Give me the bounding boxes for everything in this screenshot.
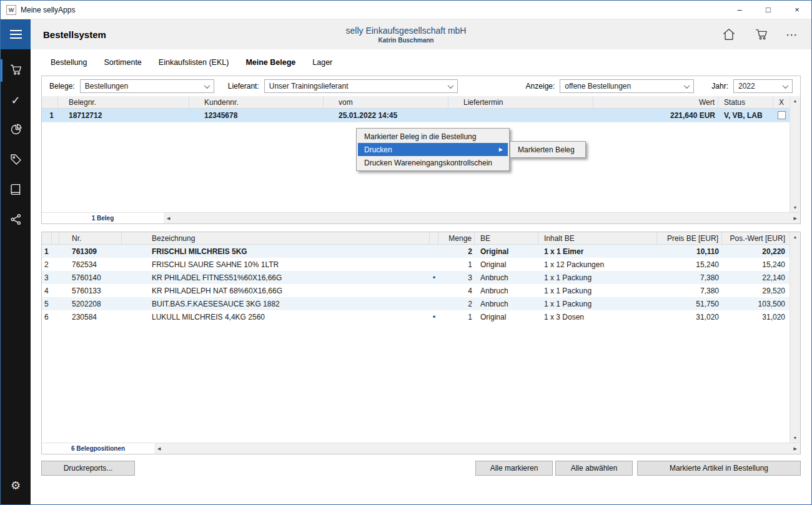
column-header-preis-be[interactable]: Preis BE [EUR] [657, 232, 722, 244]
belege-horizontal-scrollbar[interactable]: ◀ ▶ [164, 213, 800, 223]
menu-item-markierten-beleg[interactable]: Markierten Beleg [512, 143, 584, 156]
menu-item-markierter-beleg-in-bestellung[interactable]: Markierter Beleg in die Bestellung [358, 130, 508, 143]
main-content: Bestellung Sortimente Einkaufslisten (EK… [31, 49, 811, 504]
column-header-menge[interactable]: Menge [438, 232, 475, 244]
cell-nr: 5760140 [59, 271, 122, 284]
column-header-pos-wert[interactable]: Pos.-Wert [EUR] [722, 232, 790, 244]
column-header-inhalt-be[interactable]: Inhalt BE [538, 232, 657, 244]
scroll-left-icon[interactable]: ◀ [157, 446, 161, 451]
tab-meine-belege[interactable]: Meine Belege [245, 58, 295, 67]
belege-dropdown[interactable]: Bestellungen [80, 79, 214, 93]
cell-pos-wert: 103,500 [722, 297, 790, 310]
close-button[interactable]: × [783, 1, 811, 19]
positionen-panel-footer: 6 Belegpositionen ◀ ▶ [42, 443, 800, 454]
tab-sortimente[interactable]: Sortimente [104, 58, 141, 67]
sidebar-item-bestellsystem[interactable] [1, 56, 31, 86]
more-options-icon[interactable]: ⋯ [786, 29, 798, 41]
module-title: Bestellsystem [43, 29, 106, 40]
column-header-nr[interactable]: Nr. [59, 232, 122, 244]
chevron-down-icon [204, 82, 210, 89]
scroll-up-icon[interactable]: ▲ [793, 232, 798, 242]
positionen-vertical-scrollbar[interactable]: ▲ ▼ [790, 232, 800, 443]
positionen-panel: Nr. Bezeichnung Menge BE Inhalt BE Preis… [41, 232, 801, 454]
cell-vom: 25.01.2022 14:45 [324, 109, 448, 122]
sidebar-item-tasks[interactable]: ✓ [1, 86, 31, 115]
row-select-checkbox[interactable] [778, 111, 786, 119]
sidebar-item-statistics[interactable] [1, 115, 31, 145]
scroll-up-icon[interactable]: ▲ [793, 96, 798, 105]
column-header-belegnr[interactable]: Belegnr. [58, 96, 189, 108]
column-header-vom[interactable]: vom [324, 96, 448, 108]
row-number: 1 [42, 245, 52, 258]
column-header-be[interactable]: BE [475, 232, 538, 244]
table-row[interactable]: 5 5202208 BUIT.BAS.F.KAESESAUCE 3KG 1882… [42, 297, 790, 310]
table-row[interactable]: 2 762534 FRISCHLI SAURE SAHNE 10% 1LTR 1… [42, 258, 790, 271]
alle-markieren-button[interactable]: Alle markieren [475, 461, 553, 476]
cell-be: Original [475, 310, 538, 323]
column-header-status[interactable]: Status [718, 96, 773, 108]
row-number: 1 [42, 109, 58, 122]
column-header-kundennr[interactable]: Kundennr. [189, 96, 324, 108]
table-row[interactable]: 3 5760140 KR PHILADEL FITNES51%60X16,66G… [42, 271, 790, 284]
cell-pos-wert: 20,220 [722, 245, 790, 258]
menu-item-drucken[interactable]: Drucken ▶ [358, 143, 508, 156]
sidebar-item-settings[interactable]: ⚙ [1, 471, 31, 501]
sidebar-item-catalog[interactable] [1, 175, 31, 205]
belege-vertical-scrollbar[interactable]: ▲ ▼ [790, 96, 800, 212]
cell-pos-wert: 31,020 [722, 310, 790, 323]
cell-be: Anbruch [475, 284, 538, 297]
column-header-wert[interactable]: Wert [593, 96, 718, 108]
gear-icon: ⚙ [11, 480, 21, 491]
column-header-x[interactable]: X [773, 96, 790, 108]
cart-icon[interactable] [753, 26, 770, 42]
jahr-dropdown[interactable]: 2022 [733, 79, 793, 93]
positionen-table-header: Nr. Bezeichnung Menge BE Inhalt BE Preis… [42, 232, 790, 245]
table-row[interactable]: 4 5760133 KR PHILADELPH NAT 68%60X16,66G… [42, 284, 790, 297]
anzeige-dropdown[interactable]: offene Bestellungen [560, 79, 694, 93]
scroll-right-icon[interactable]: ▶ [794, 216, 797, 220]
druckreports-button[interactable]: Druckreports... [41, 461, 135, 476]
row-number: 3 [42, 271, 52, 284]
user-name: Katrin Buschmann [379, 37, 434, 44]
menu-item-drucken-wareneingangskontrollschein[interactable]: Drucken Wareneingangskontrollschein [358, 156, 508, 169]
scroll-left-icon[interactable]: ◀ [167, 216, 170, 220]
bottom-button-bar: Druckreports... Alle markieren Alle abwä… [41, 461, 801, 476]
cart-icon [9, 63, 22, 79]
info-dot-icon: • [433, 273, 436, 282]
lieferant-dropdown[interactable]: Unser Trainingslieferant [264, 79, 458, 93]
hamburger-menu-button[interactable] [1, 19, 31, 49]
column-header-bezeichnung[interactable]: Bezeichnung [122, 232, 430, 244]
tab-lager[interactable]: Lager [312, 58, 332, 67]
cell-kundennr: 12345678 [189, 109, 324, 122]
cell-inhalt-be: 1 x 12 Packungen [538, 258, 657, 271]
home-icon[interactable] [721, 26, 737, 42]
tab-einkaufslisten[interactable]: Einkaufslisten (EKL) [159, 58, 229, 67]
table-row[interactable]: 1 18712712 12345678 25.01.2022 14:45 221… [42, 109, 790, 122]
sidebar: ✓ [1, 49, 31, 504]
sidebar-item-network[interactable] [1, 205, 31, 235]
table-row[interactable]: 1 761309 FRISCHLI MILCHREIS 5KG 2 Origin… [42, 245, 790, 258]
cell-menge: 2 [438, 297, 475, 310]
column-header-liefertermin[interactable]: Liefertermin [448, 96, 593, 108]
markierte-artikel-in-bestellung-button[interactable]: Markierte Artikel in Bestellung [637, 461, 801, 476]
cell-inhalt-be: 1 x 1 Packung [538, 271, 657, 284]
scroll-down-icon[interactable]: ▼ [793, 433, 798, 443]
table-row[interactable]: 6 230584 LUKULL MILCHREIS 4,4KG 2560 • 1… [42, 310, 790, 323]
cell-preis-be: 7,380 [657, 284, 722, 297]
maximize-button[interactable]: □ [754, 1, 783, 19]
tab-bestellung[interactable]: Bestellung [51, 58, 87, 67]
alle-abwaehlen-button[interactable]: Alle abwählen [555, 461, 633, 476]
minimize-button[interactable]: – [725, 1, 754, 19]
cell-liefertermin [448, 109, 593, 122]
cell-pos-wert: 22,140 [722, 271, 790, 284]
positionen-horizontal-scrollbar[interactable]: ◀ ▶ [154, 443, 800, 454]
cell-inhalt-be: 1 x 1 Eimer [538, 245, 657, 258]
sidebar-item-prices[interactable] [1, 145, 31, 175]
book-icon [9, 183, 22, 199]
scroll-down-icon[interactable]: ▼ [793, 203, 798, 212]
cell-menge: 1 [438, 310, 475, 323]
cell-menge: 3 [438, 271, 475, 284]
anzeige-dropdown-value: offene Bestellungen [565, 82, 631, 91]
titlebar: W Meine sellyApps – □ × [1, 1, 811, 19]
scroll-right-icon[interactable]: ▶ [794, 446, 797, 451]
